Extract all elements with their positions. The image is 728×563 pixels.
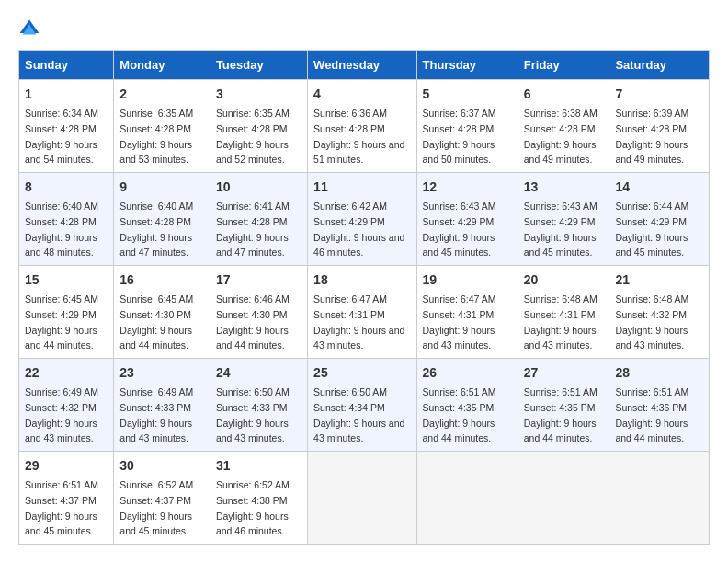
sunrise: Sunrise: 6:45 AM xyxy=(25,293,98,304)
day-cell: 26 Sunrise: 6:51 AM Sunset: 4:35 PM Dayl… xyxy=(416,359,518,452)
sunrise: Sunrise: 6:38 AM xyxy=(524,108,597,119)
daylight: Daylight: 9 hours and 43 minutes. xyxy=(216,418,289,444)
sunrise: Sunrise: 6:49 AM xyxy=(25,386,98,397)
day-number: 26 xyxy=(423,363,512,383)
sunset: Sunset: 4:28 PM xyxy=(119,123,191,134)
week-row-4: 22 Sunrise: 6:49 AM Sunset: 4:32 PM Dayl… xyxy=(19,359,710,452)
day-number: 7 xyxy=(615,85,703,104)
daylight: Daylight: 9 hours and 45 minutes. xyxy=(524,232,597,259)
daylight: Daylight: 9 hours and 43 minutes. xyxy=(313,418,404,444)
sunrise: Sunrise: 6:35 AM xyxy=(119,108,193,119)
daylight: Daylight: 9 hours and 43 minutes. xyxy=(25,418,97,444)
day-number: 13 xyxy=(524,178,604,197)
sunset: Sunset: 4:28 PM xyxy=(25,216,97,227)
daylight: Daylight: 9 hours and 47 minutes. xyxy=(119,232,192,259)
sunrise: Sunrise: 6:52 AM xyxy=(119,479,193,490)
day-cell: 18 Sunrise: 6:47 AM Sunset: 4:31 PM Dayl… xyxy=(308,266,416,359)
day-number: 5 xyxy=(423,85,512,104)
logo-icon xyxy=(18,18,40,40)
sunset: Sunset: 4:37 PM xyxy=(25,495,97,506)
sunset: Sunset: 4:29 PM xyxy=(524,216,596,227)
daylight: Daylight: 9 hours and 49 minutes. xyxy=(524,139,597,166)
sunrise: Sunrise: 6:36 AM xyxy=(313,108,387,119)
sunset: Sunset: 4:28 PM xyxy=(615,123,687,134)
sunrise: Sunrise: 6:46 AM xyxy=(216,293,290,304)
day-number: 18 xyxy=(313,270,410,290)
day-cell: 17 Sunrise: 6:46 AM Sunset: 4:30 PM Dayl… xyxy=(210,266,307,359)
header-row: SundayMondayTuesdayWednesdayThursdayFrid… xyxy=(19,51,710,80)
column-header-tuesday: Tuesday xyxy=(210,51,307,80)
week-row-1: 1 Sunrise: 6:34 AM Sunset: 4:28 PM Dayli… xyxy=(19,80,710,173)
day-cell: 28 Sunrise: 6:51 AM Sunset: 4:36 PM Dayl… xyxy=(609,359,710,452)
day-number: 17 xyxy=(216,270,301,290)
day-number: 16 xyxy=(119,270,204,290)
day-number: 6 xyxy=(524,85,604,104)
sunrise: Sunrise: 6:44 AM xyxy=(615,201,688,212)
day-number: 27 xyxy=(524,363,604,383)
day-number: 21 xyxy=(615,270,703,290)
calendar-table: SundayMondayTuesdayWednesdayThursdayFrid… xyxy=(18,50,710,545)
daylight: Daylight: 9 hours and 53 minutes. xyxy=(119,139,192,166)
daylight: Daylight: 9 hours and 50 minutes. xyxy=(423,139,495,166)
day-cell: 12 Sunrise: 6:43 AM Sunset: 4:29 PM Dayl… xyxy=(416,173,518,266)
sunrise: Sunrise: 6:34 AM xyxy=(25,108,98,119)
daylight: Daylight: 9 hours and 44 minutes. xyxy=(119,325,192,351)
sunset: Sunset: 4:33 PM xyxy=(119,402,191,413)
daylight: Daylight: 9 hours and 45 minutes. xyxy=(615,232,688,259)
week-row-2: 8 Sunrise: 6:40 AM Sunset: 4:28 PM Dayli… xyxy=(19,173,710,266)
daylight: Daylight: 9 hours and 44 minutes. xyxy=(615,418,688,444)
day-cell: 19 Sunrise: 6:47 AM Sunset: 4:31 PM Dayl… xyxy=(416,266,518,359)
day-number: 1 xyxy=(25,85,108,104)
day-cell: 16 Sunrise: 6:45 AM Sunset: 4:30 PM Dayl… xyxy=(114,266,210,359)
column-header-sunday: Sunday xyxy=(19,51,114,80)
day-cell: 24 Sunrise: 6:50 AM Sunset: 4:33 PM Dayl… xyxy=(210,359,307,452)
daylight: Daylight: 9 hours and 45 minutes. xyxy=(25,511,97,537)
sunset: Sunset: 4:32 PM xyxy=(25,402,97,413)
sunrise: Sunrise: 6:52 AM xyxy=(216,479,290,490)
sunset: Sunset: 4:30 PM xyxy=(119,309,191,320)
day-cell: 11 Sunrise: 6:42 AM Sunset: 4:29 PM Dayl… xyxy=(308,173,416,266)
sunrise: Sunrise: 6:37 AM xyxy=(423,108,496,119)
sunrise: Sunrise: 6:51 AM xyxy=(615,386,688,397)
day-cell: 14 Sunrise: 6:44 AM Sunset: 4:29 PM Dayl… xyxy=(609,173,710,266)
daylight: Daylight: 9 hours and 51 minutes. xyxy=(313,139,404,166)
column-header-wednesday: Wednesday xyxy=(308,51,416,80)
week-row-5: 29 Sunrise: 6:51 AM Sunset: 4:37 PM Dayl… xyxy=(19,452,710,545)
day-cell: 25 Sunrise: 6:50 AM Sunset: 4:34 PM Dayl… xyxy=(308,359,416,452)
sunrise: Sunrise: 6:50 AM xyxy=(216,386,290,397)
day-cell: 27 Sunrise: 6:51 AM Sunset: 4:35 PM Dayl… xyxy=(518,359,609,452)
day-cell: 23 Sunrise: 6:49 AM Sunset: 4:33 PM Dayl… xyxy=(114,359,210,452)
daylight: Daylight: 9 hours and 44 minutes. xyxy=(25,325,97,351)
sunset: Sunset: 4:31 PM xyxy=(423,309,495,320)
sunset: Sunset: 4:34 PM xyxy=(313,402,385,413)
sunset: Sunset: 4:31 PM xyxy=(524,309,596,320)
day-number: 22 xyxy=(25,363,108,383)
daylight: Daylight: 9 hours and 47 minutes. xyxy=(216,232,289,259)
column-header-friday: Friday xyxy=(518,51,609,80)
day-number: 10 xyxy=(216,178,301,197)
sunset: Sunset: 4:31 PM xyxy=(313,309,385,320)
day-number: 14 xyxy=(615,178,703,197)
daylight: Daylight: 9 hours and 44 minutes. xyxy=(423,418,495,444)
day-cell: 7 Sunrise: 6:39 AM Sunset: 4:28 PM Dayli… xyxy=(609,80,710,173)
sunset: Sunset: 4:38 PM xyxy=(216,495,288,506)
day-cell: 22 Sunrise: 6:49 AM Sunset: 4:32 PM Dayl… xyxy=(19,359,114,452)
sunset: Sunset: 4:28 PM xyxy=(524,123,596,134)
sunrise: Sunrise: 6:48 AM xyxy=(524,293,597,304)
sunrise: Sunrise: 6:47 AM xyxy=(313,293,387,304)
sunrise: Sunrise: 6:43 AM xyxy=(423,201,496,212)
sunrise: Sunrise: 6:51 AM xyxy=(423,386,496,397)
sunrise: Sunrise: 6:50 AM xyxy=(313,386,387,397)
sunrise: Sunrise: 6:51 AM xyxy=(524,386,597,397)
day-number: 29 xyxy=(25,456,108,476)
day-cell: 30 Sunrise: 6:52 AM Sunset: 4:37 PM Dayl… xyxy=(114,452,210,545)
daylight: Daylight: 9 hours and 46 minutes. xyxy=(216,511,289,537)
daylight: Daylight: 9 hours and 43 minutes. xyxy=(423,325,495,351)
day-number: 31 xyxy=(216,456,301,476)
column-header-monday: Monday xyxy=(114,51,210,80)
daylight: Daylight: 9 hours and 43 minutes. xyxy=(313,325,404,351)
column-header-thursday: Thursday xyxy=(416,51,518,80)
day-cell xyxy=(308,452,416,545)
sunrise: Sunrise: 6:48 AM xyxy=(615,293,688,304)
day-cell: 5 Sunrise: 6:37 AM Sunset: 4:28 PM Dayli… xyxy=(416,80,518,173)
